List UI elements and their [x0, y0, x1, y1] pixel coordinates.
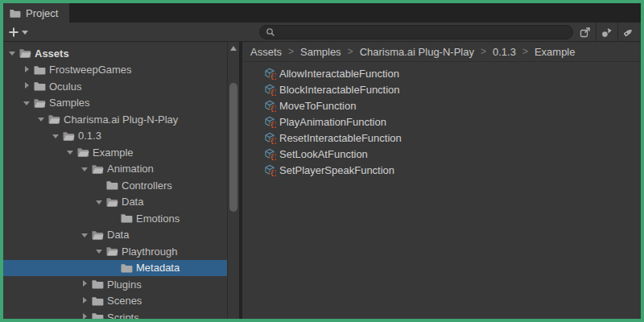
tree-item-0-1-3[interactable]: 0.1.3 [3, 128, 239, 145]
tree-item-scenes[interactable]: Scenes [3, 293, 239, 310]
expand-arrow-icon[interactable] [22, 97, 33, 109]
folder-icon [120, 212, 133, 225]
folder-icon [91, 311, 104, 319]
search-icon [265, 27, 276, 38]
scrollbar-thumb[interactable] [229, 83, 237, 212]
file-item-setplayerspeakfunction[interactable]: SetPlayerSpeakFunction [263, 162, 641, 178]
tree-item-samples[interactable]: Samples [3, 95, 239, 112]
folder-icon [105, 179, 118, 192]
open-search-window-button[interactable] [575, 23, 596, 41]
folder-icon [120, 262, 133, 275]
script-asset-cube-icon [263, 115, 276, 128]
arrow-spacer [109, 262, 120, 274]
script-asset-cube-icon [263, 131, 276, 144]
file-item-allowinteractablefunction[interactable]: AllowInteractableFunction [263, 65, 641, 81]
expand-arrow-icon[interactable] [7, 47, 19, 59]
tree-item-controllers[interactable]: Controllers [3, 177, 239, 194]
tree-item-playthrough[interactable]: Playthrough [3, 243, 239, 260]
tree-item-metadata[interactable]: Metadata [3, 260, 239, 277]
project-toolbar [3, 23, 641, 42]
tree-item-frostweepgames[interactable]: FrostweepGames [3, 62, 239, 79]
breadcrumb-separator-icon: > [481, 46, 486, 57]
file-list: AllowInteractableFunction BlockInteracta… [242, 62, 641, 319]
file-item-blockinteractablefunction[interactable]: BlockInteractableFunction [263, 81, 641, 97]
file-item-setlookatfunction[interactable]: SetLookAtFunction [263, 146, 641, 162]
tree-item-plugins[interactable]: Plugins [3, 276, 239, 293]
tree-item-charisma-plug-n-play[interactable]: Charisma.ai Plug-N-Play [3, 111, 239, 128]
breadcrumb-item-example[interactable]: Example [535, 46, 576, 58]
script-asset-cube-icon [263, 83, 276, 96]
expand-arrow-icon[interactable] [94, 246, 105, 257]
tree-item-data[interactable]: Data [3, 227, 239, 244]
breadcrumb: Assets > Samples > Charisma.ai Plug-N-Pl… [242, 42, 641, 62]
breadcrumb-separator-icon: > [288, 46, 294, 57]
folder-open-icon [91, 229, 104, 242]
tree-item-scripts[interactable]: Scripts [3, 309, 239, 319]
collapse-arrow-icon[interactable] [22, 80, 33, 92]
folder-open-icon [33, 97, 46, 109]
arrow-spacer [109, 213, 120, 224]
chevron-down-icon [22, 31, 28, 35]
expand-arrow-icon[interactable] [65, 147, 76, 158]
collapse-arrow-icon[interactable] [80, 312, 91, 319]
expand-arrow-icon[interactable] [51, 130, 62, 142]
breadcrumb-item-assets[interactable]: Assets [250, 46, 282, 58]
script-asset-cube-icon [263, 67, 276, 80]
toolbar-icon-group [575, 23, 636, 41]
folder-tree-panel: Assets FrostweepGames Oculus Samples [3, 42, 239, 319]
project-window: Project [0, 0, 644, 322]
search-by-type-button[interactable] [597, 23, 617, 41]
plus-icon [8, 27, 19, 38]
tree-item-emotions[interactable]: Emotions [3, 210, 239, 227]
folder-open-icon [47, 113, 60, 126]
script-asset-cube-icon [263, 163, 276, 176]
tab-strip: Project [3, 3, 641, 23]
search-by-label-button[interactable] [618, 23, 639, 41]
expand-arrow-icon[interactable] [36, 114, 47, 125]
tree-item-example[interactable]: Example [3, 144, 239, 161]
script-asset-cube-icon [263, 99, 276, 112]
folder-open-icon [91, 163, 104, 175]
folder-icon [91, 278, 104, 291]
asset-list-panel: Assets > Samples > Charisma.ai Plug-N-Pl… [242, 42, 641, 319]
expand-arrow-icon[interactable] [80, 229, 91, 241]
collapse-arrow-icon[interactable] [80, 279, 91, 290]
tree-scrollbar[interactable] [227, 42, 239, 319]
tree-item-assets[interactable]: Assets [3, 45, 239, 62]
folder-open-icon [62, 130, 75, 142]
tree-item-animation[interactable]: Animation [3, 161, 239, 178]
collapse-arrow-icon[interactable] [80, 295, 91, 307]
folder-open-icon [19, 47, 31, 60]
breadcrumb-item-0-1-3[interactable]: 0.1.3 [493, 46, 516, 58]
breadcrumb-item-samples[interactable]: Samples [300, 46, 341, 58]
script-asset-cube-icon [263, 147, 276, 160]
expand-arrow-icon[interactable] [80, 163, 91, 175]
content-area: Assets FrostweepGames Oculus Samples [3, 42, 641, 319]
arrow-spacer [94, 180, 105, 191]
folder-icon [91, 295, 104, 308]
file-item-playanimationfunction[interactable]: PlayAnimationFunction [263, 114, 641, 130]
folder-icon [33, 64, 46, 76]
folder-open-icon [76, 146, 89, 159]
folder-tree: Assets FrostweepGames Oculus Samples [3, 42, 239, 319]
file-item-resetinteractablefunction[interactable]: ResetInteractableFunction [263, 130, 641, 146]
tree-item-oculus[interactable]: Oculus [3, 78, 239, 95]
tree-item-animation-data[interactable]: Data [3, 194, 239, 211]
search-field[interactable] [259, 25, 573, 39]
tab-title: Project [26, 7, 58, 19]
create-asset-button[interactable] [8, 27, 28, 38]
open-search-window-icon [579, 26, 592, 39]
scroll-up-arrow-icon[interactable] [230, 46, 237, 51]
folder-open-icon [105, 245, 118, 258]
breadcrumb-separator-icon: > [348, 46, 353, 57]
breadcrumb-item-charisma-plug-n-play[interactable]: Charisma.ai Plug-N-Play [360, 46, 474, 58]
tab-project[interactable]: Project [3, 3, 69, 23]
folder-icon [33, 80, 46, 93]
expand-arrow-icon[interactable] [94, 196, 105, 208]
search-input[interactable] [279, 27, 568, 38]
file-item-movetofunction[interactable]: MoveToFunction [263, 97, 641, 114]
folder-open-icon [105, 196, 118, 208]
collapse-arrow-icon[interactable] [22, 64, 33, 76]
breadcrumb-separator-icon: > [522, 46, 528, 57]
search-by-type-icon [601, 26, 613, 39]
